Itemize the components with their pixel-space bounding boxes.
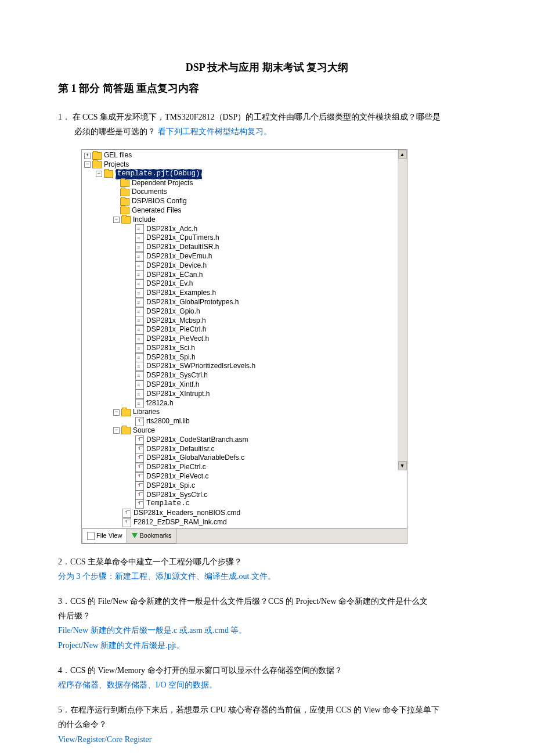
header-file-icon	[135, 344, 144, 353]
expander-minus-icon[interactable]: −	[113, 409, 120, 416]
tree-body: +GEL files −Projects −template.pjt(Debug…	[82, 150, 398, 528]
tree-item-row[interactable]: f2812a.h	[84, 399, 398, 408]
tree-libraries-row[interactable]: −Libraries	[84, 408, 398, 417]
header-file-icon	[135, 399, 144, 408]
tree-item-row[interactable]: DSP281x_Spi.c	[84, 481, 398, 491]
header-file-icon	[135, 371, 144, 380]
tree-item-label: DSP281x_GlobalVariableDefs.c	[146, 453, 244, 463]
tree-source-label: Source	[133, 426, 155, 435]
header-file-icon	[135, 325, 144, 334]
tab-bookmarks[interactable]: Bookmarks	[127, 529, 176, 543]
tree-item-label: DSP281x_SWPrioritizedIsrLevels.h	[146, 362, 255, 371]
folder-icon	[121, 216, 131, 224]
tree-item-label: F2812_EzDSP_RAM_lnk.cmd	[134, 518, 227, 527]
tree-item-label: DSP281x_DevEmu.h	[146, 252, 212, 261]
tree-item-row[interactable]: DSP/BIOS Config	[84, 197, 398, 206]
tree-item-row[interactable]: DSP281x_PieVect.h	[84, 334, 398, 344]
tree-item-row[interactable]: DSP281x_Spi.h	[84, 353, 398, 362]
folder-icon	[121, 427, 131, 434]
tree-item-row[interactable]: DSP281x_GlobalPrototypes.h	[84, 298, 398, 307]
tree-item-row[interactable]: DSP281x_ECan.h	[84, 271, 398, 280]
tree-include-row[interactable]: −Include	[84, 215, 398, 225]
tree-item-row[interactable]: DSP281x_DevEmu.h	[84, 252, 398, 261]
tree-item-row[interactable]: DSP281x_Sci.h	[84, 344, 398, 353]
tree-item-row[interactable]: DSP281x_PieVect.c	[84, 472, 398, 481]
cmd-file-icon	[122, 518, 131, 527]
tree-libfile-row[interactable]: rts2800_ml.lib	[84, 417, 398, 426]
tree-item-row[interactable]: DSP281x_PieCtrl.h	[84, 325, 398, 334]
expander-minus-icon[interactable]: −	[84, 161, 91, 168]
q4-text: 4．CCS 的 View/Memory 命令打开的显示窗口可以显示什么存储器空间…	[58, 663, 476, 678]
tree-scrollbar[interactable]: ▲ ▼	[398, 150, 407, 470]
bookmark-icon	[132, 533, 138, 538]
tree-item-label: Template.c	[146, 499, 190, 509]
tree-item-row[interactable]: DSP281x_Xintf.h	[84, 380, 398, 390]
tree-source-row[interactable]: −Source	[84, 426, 398, 435]
tree-item-label: DSP281x_Examples.h	[146, 289, 216, 298]
tree-item-row[interactable]: Dependent Projects	[84, 179, 398, 188]
tree-item-label: DSP281x_GlobalPrototypes.h	[146, 298, 239, 307]
tree-item-row[interactable]: DSP281x_SWPrioritizedIsrLevels.h	[84, 362, 398, 371]
tree-item-row[interactable]: DSP281x_Examples.h	[84, 289, 398, 298]
tree-projects-row[interactable]: −Projects	[84, 160, 398, 170]
tree-item-row[interactable]: DSP281x_Mcbsp.h	[84, 316, 398, 326]
folder-icon	[120, 179, 129, 187]
tree-item-row[interactable]: Template.c	[84, 499, 398, 509]
tree-item-label: DSP281x_Spi.c	[146, 481, 195, 491]
header-file-icon	[135, 316, 144, 325]
tab-file-view[interactable]: File View	[82, 529, 127, 543]
question-4: 4．CCS 的 View/Memory 命令打开的显示窗口可以显示什么存储器空间…	[58, 663, 476, 692]
tree-item-row[interactable]: Documents	[84, 188, 398, 197]
tree-item-row[interactable]: DSP281x_Adc.h	[84, 225, 398, 234]
tree-item-row[interactable]: DSP281x_CpuTimers.h	[84, 233, 398, 243]
tree-item-row[interactable]: DSP281x_DefaultIsr.c	[84, 445, 398, 454]
tree-item-label: DSP281x_Headers_nonBIOS.cmd	[134, 509, 240, 518]
tree-item-row[interactable]: DSP281x_Ev.h	[84, 279, 398, 289]
tree-item-row[interactable]: DSP281x_CodeStartBranch.asm	[84, 435, 398, 445]
expander-minus-icon[interactable]: −	[113, 427, 120, 434]
scroll-up-button[interactable]: ▲	[398, 150, 407, 159]
q1-text-line2: 必须的哪些是可选的？	[74, 127, 156, 136]
q2-answer: 分为 3 个步骤：新建工程、添加源文件、编译生成.out 文件。	[58, 569, 476, 584]
tree-item-row[interactable]: DSP281x_GlobalVariableDefs.c	[84, 453, 398, 463]
folder-icon	[92, 161, 102, 168]
tree-item-row[interactable]: Generated Files	[84, 206, 398, 215]
expander-minus-icon[interactable]: −	[113, 217, 120, 223]
header-file-icon	[135, 261, 144, 271]
tree-tabs: File View Bookmarks	[82, 528, 407, 543]
tree-gel-row[interactable]: +GEL files	[84, 151, 398, 160]
q5-text-line2: 的什么命令？	[58, 717, 476, 732]
header-file-icon	[135, 224, 144, 233]
project-tree-panel: ▲ ▼ +GEL files −Projects −template.pjt(D…	[81, 149, 407, 543]
tree-item-row[interactable]: DSP281x_XIntrupt.h	[84, 390, 398, 399]
tree-include-label: Include	[133, 215, 156, 225]
expander-plus-icon[interactable]: +	[84, 153, 91, 159]
folder-icon	[104, 170, 113, 178]
tree-item-row[interactable]: DSP281x_SysCtrl.h	[84, 371, 398, 380]
q3-answer-line1: File/New 新建的文件后缀一般是.c 或.asm 或.cmd 等。	[58, 623, 476, 638]
folder-icon	[121, 409, 131, 416]
header-file-icon	[135, 362, 144, 371]
tree-item-row[interactable]: F2812_EzDSP_RAM_lnk.cmd	[84, 518, 398, 527]
header-file-icon	[135, 289, 144, 298]
tree-item-row[interactable]: DSP281x_DefaultISR.h	[84, 243, 398, 252]
tree-item-row[interactable]: DSP281x_PieCtrl.c	[84, 463, 398, 472]
tree-item-row[interactable]: DSP281x_Device.h	[84, 261, 398, 271]
expander-minus-icon[interactable]: −	[96, 171, 102, 177]
tree-item-label: DSP281x_Ev.h	[146, 279, 193, 289]
tree-item-label: Generated Files	[132, 206, 181, 215]
tree-item-row[interactable]: DSP281x_Gpio.h	[84, 307, 398, 316]
tree-pjt-row[interactable]: −template.pjt(Debug)	[84, 170, 398, 179]
header-file-icon	[135, 298, 144, 307]
tree-item-row[interactable]: DSP281x_Headers_nonBIOS.cmd	[84, 509, 398, 518]
tree-item-label: DSP281x_Xintf.h	[146, 380, 199, 390]
q3-text-line2: 件后缀？	[58, 609, 476, 623]
tree-item-label: DSP281x_PieCtrl.c	[146, 463, 206, 472]
tree-item-row[interactable]: DSP281x_SysCtrl.c	[84, 491, 398, 500]
file-view-icon	[87, 532, 95, 540]
section-1-heading: 第 1 部分 简答题 重点复习内容	[58, 79, 476, 98]
question-2: 2．CCS 主菜单命令中建立一个工程分哪几个步骤？ 分为 3 个步骤：新建工程、…	[58, 555, 476, 584]
header-file-icon	[135, 279, 144, 289]
scroll-down-button[interactable]: ▼	[398, 461, 407, 470]
document-title: DSP 技术与应用 期末考试 复习大纲	[58, 58, 476, 77]
